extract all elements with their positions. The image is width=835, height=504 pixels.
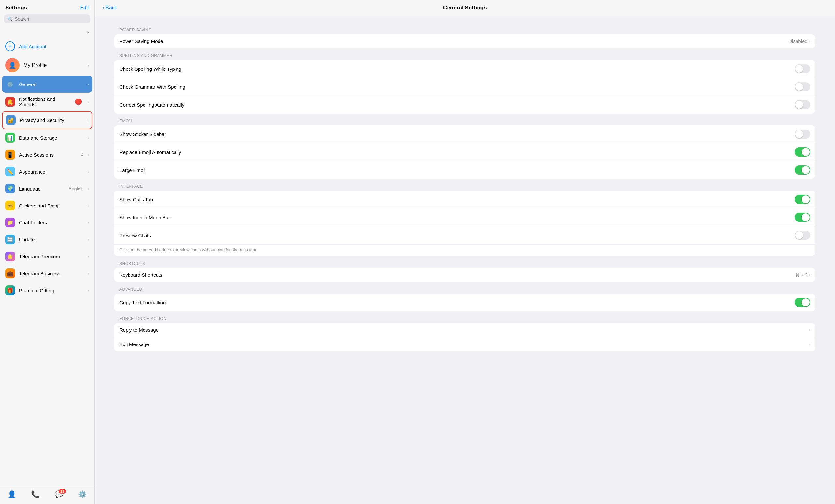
stickers-label: Stickers and Emoji	[19, 203, 84, 208]
notifications-label: Notifications and Sounds	[19, 96, 69, 107]
settings-row-keyboard_shortcuts[interactable]: Keyboard Shortcuts⌘ + ?›	[114, 268, 815, 282]
power_saving_mode-label: Power Saving Mode	[119, 39, 788, 44]
show_icon_menu-toggle[interactable]	[795, 213, 810, 222]
sidebar-item-business[interactable]: 💼Telegram Business›	[0, 265, 94, 282]
update-icon: 🔄	[5, 235, 15, 244]
settings-row-reply_to_message[interactable]: Reply to Message›	[114, 323, 815, 337]
sidebar-items-list: + Add Account 👤 My Profile › ⚙️General›🔔…	[0, 38, 94, 486]
section-power_saving: POWER SAVINGPower Saving ModeDisabled›	[114, 28, 815, 48]
back-button[interactable]: ‹ Back	[102, 5, 117, 11]
check_spelling-toggle[interactable]	[795, 64, 810, 74]
reply_to_message-chevron: ›	[809, 327, 810, 332]
premium-chevron: ›	[88, 254, 89, 259]
show_sticker_sidebar-label: Show Sticker Sidebar	[119, 132, 795, 137]
check_grammar-toggle[interactable]	[795, 82, 810, 91]
back-chevron-icon: ‹	[102, 5, 104, 11]
sidebar-item-sessions[interactable]: 📱Active Sessions4›	[0, 146, 94, 163]
sidebar-item-general[interactable]: ⚙️General›	[2, 76, 92, 93]
settings-row-power_saving_mode[interactable]: Power Saving ModeDisabled›	[114, 34, 815, 48]
settings-card-spelling_grammar: Check Spelling While TypingCheck Grammar…	[114, 60, 815, 114]
profile-name: My Profile	[23, 62, 84, 68]
my-profile-item[interactable]: 👤 My Profile ›	[0, 55, 94, 76]
bottom-settings-icon[interactable]: ⚙️	[78, 490, 87, 499]
settings-row-copy_text_formatting: Copy Text Formatting	[114, 294, 815, 311]
section-label-power_saving: POWER SAVING	[114, 28, 815, 32]
business-chevron: ›	[88, 271, 89, 276]
settings-row-preview_chats: Preview Chats	[114, 226, 815, 244]
language-chevron: ›	[88, 186, 89, 191]
show_icon_menu-label: Show Icon in Menu Bar	[119, 215, 795, 220]
settings-row-show_icon_menu: Show Icon in Menu Bar	[114, 208, 815, 226]
settings-card-interface: Show Calls TabShow Icon in Menu BarPrevi…	[114, 190, 815, 244]
avatar: 👤	[5, 58, 20, 73]
search-bar[interactable]: 🔍	[4, 14, 90, 23]
settings-card-shortcuts: Keyboard Shortcuts⌘ + ?›	[114, 268, 815, 282]
section-label-advanced: ADVANCED	[114, 287, 815, 291]
sidebar-item-folders[interactable]: 📁Chat Folders›	[0, 214, 94, 231]
sidebar-item-update[interactable]: 🔄Update›	[0, 231, 94, 248]
add-account-icon: +	[5, 41, 15, 51]
page-title: General Settings	[443, 4, 487, 11]
settings-row-show_calls_tab: Show Calls Tab	[114, 190, 815, 208]
show_sticker_sidebar-toggle[interactable]	[795, 129, 810, 139]
sidebar-item-data[interactable]: 📊Data and Storage›	[0, 129, 94, 146]
hint-interface: Click on the unread badge to preview cha…	[114, 245, 815, 256]
sidebar-item-appearance[interactable]: ✏️Appearance›	[0, 163, 94, 180]
preview_chats-toggle[interactable]	[795, 230, 810, 240]
sidebar-item-privacy[interactable]: 🔐Privacy and Security›	[2, 111, 92, 129]
sidebar-item-notifications[interactable]: 🔔Notifications and Sounds🔴›	[0, 93, 94, 111]
sessions-value: 4	[81, 152, 84, 157]
notifications-chevron: ›	[88, 100, 89, 104]
general-icon: ⚙️	[5, 79, 15, 89]
add-account-label: Add Account	[19, 44, 46, 49]
show_sticker_sidebar-toggle-knob	[795, 130, 803, 138]
show_icon_menu-toggle-knob	[802, 213, 810, 221]
settings-row-edit_message[interactable]: Edit Message›	[114, 337, 815, 351]
sidebar-item-language[interactable]: 🌍LanguageEnglish›	[0, 180, 94, 197]
collapse-button[interactable]: ›	[0, 27, 94, 38]
edit-button[interactable]: Edit	[80, 5, 89, 11]
section-advanced: ADVANCEDCopy Text Formatting	[114, 287, 815, 311]
sidebar-item-premium[interactable]: ⭐Telegram Premium›	[0, 248, 94, 265]
correct_spelling-toggle[interactable]	[795, 100, 810, 109]
data-icon: 📊	[5, 133, 15, 143]
settings-row-check_grammar: Check Grammar With Spelling	[114, 78, 815, 96]
replace_emoji-label: Replace Emoji Automatically	[119, 149, 795, 155]
settings-row-check_spelling: Check Spelling While Typing	[114, 60, 815, 78]
large_emoji-toggle[interactable]	[795, 165, 810, 175]
show_calls_tab-toggle[interactable]	[795, 195, 810, 204]
copy_text_formatting-label: Copy Text Formatting	[119, 300, 795, 305]
profile-info: My Profile	[23, 62, 84, 68]
business-label: Telegram Business	[19, 271, 84, 276]
replace_emoji-toggle[interactable]	[795, 147, 810, 157]
appearance-chevron: ›	[88, 169, 89, 174]
stickers-chevron: ›	[88, 203, 89, 208]
general-label: General	[19, 82, 84, 87]
general-chevron: ›	[88, 82, 89, 87]
sidebar-item-gifting[interactable]: 🎁Premium Gifting›	[0, 282, 94, 299]
show_calls_tab-label: Show Calls Tab	[119, 197, 795, 202]
gifting-chevron: ›	[88, 288, 89, 293]
settings-card-force_touch: Reply to Message›Edit Message›	[114, 323, 815, 351]
add-account-item[interactable]: + Add Account	[0, 38, 94, 55]
bottom-calls-icon[interactable]: 📞	[31, 490, 40, 499]
premium-label: Telegram Premium	[19, 254, 84, 259]
main-header: ‹ Back General Settings	[95, 0, 835, 16]
profile-chevron: ›	[88, 63, 89, 68]
copy_text_formatting-toggle[interactable]	[795, 298, 810, 307]
section-label-emoji: EMOJI	[114, 119, 815, 123]
edit_message-label: Edit Message	[119, 342, 809, 347]
notifications-icon: 🔔	[5, 97, 15, 107]
bottom-messages-icon[interactable]: 💬 11	[55, 490, 63, 499]
power_saving_mode-value: Disabled	[788, 39, 807, 44]
folders-label: Chat Folders	[19, 220, 84, 225]
settings-card-power_saving: Power Saving ModeDisabled›	[114, 34, 815, 48]
reply_to_message-label: Reply to Message	[119, 327, 809, 333]
copy_text_formatting-toggle-knob	[802, 299, 810, 306]
bottom-chats-icon[interactable]: 👤	[7, 490, 16, 499]
settings-row-replace_emoji: Replace Emoji Automatically	[114, 143, 815, 161]
search-input[interactable]	[15, 16, 87, 22]
settings-row-large_emoji: Large Emoji	[114, 161, 815, 179]
settings-row-correct_spelling: Correct Spelling Automatically	[114, 96, 815, 114]
sidebar-item-stickers[interactable]: 😊Stickers and Emoji›	[0, 197, 94, 214]
